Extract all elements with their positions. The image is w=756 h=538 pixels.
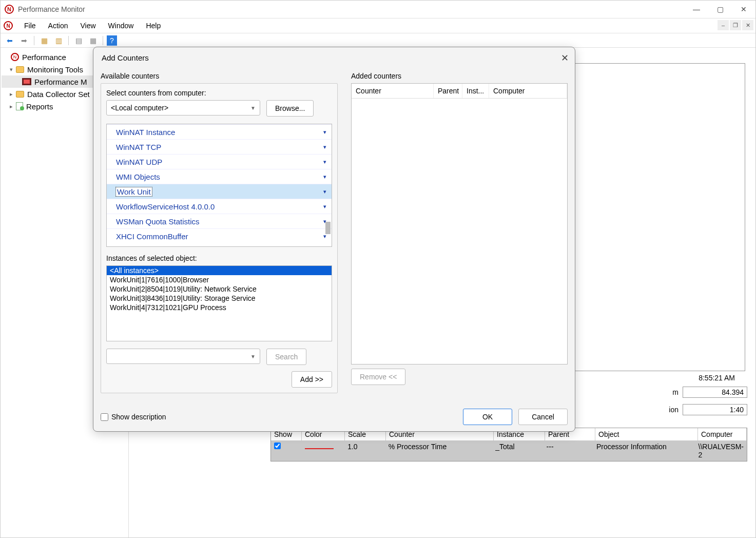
chevron-down-icon: ▾ — [323, 129, 326, 136]
close-button[interactable]: ✕ — [732, 1, 755, 18]
counter-object-list[interactable]: WinNAT Instance▾WinNAT TCP▾WinNAT UDP▾WM… — [106, 124, 332, 247]
mdi-controls: – ❐ ✕ — [718, 20, 753, 30]
stats-row-1: m 84.394 — [672, 387, 747, 398]
toolbar: ⬅ ➡ ▦ ▥ ▤ ▦ ? — [1, 33, 755, 48]
legend-table[interactable]: Show Color Scale Counter Instance Parent… — [270, 428, 747, 462]
mdi-minimize-button[interactable]: – — [718, 20, 729, 30]
show-description-checkbox[interactable]: Show description — [101, 413, 166, 421]
legend-color-swatch — [305, 448, 334, 449]
added-col-inst[interactable]: Inst... — [462, 84, 489, 98]
added-counters-list[interactable]: Counter Parent Inst... Computer — [351, 83, 568, 364]
added-counters-label: Added counters — [351, 72, 568, 80]
chevron-down-icon: ▾ — [323, 144, 326, 150]
added-col-parent[interactable]: Parent — [434, 84, 462, 98]
folder-icon — [16, 66, 24, 73]
menu-action[interactable]: Action — [42, 20, 74, 32]
forward-button[interactable]: ➡ — [18, 35, 30, 46]
app-window: N Performance Monitor — ▢ ✕ N File Actio… — [0, 0, 756, 538]
computer-combo[interactable]: <Local computer> ▼ — [106, 100, 260, 116]
instance-item[interactable]: WorkUnit|3|8436|1019|Utility: Storage Se… — [107, 294, 332, 303]
folder-icon — [16, 91, 24, 98]
added-col-counter[interactable]: Counter — [352, 84, 434, 98]
back-button[interactable]: ⬅ — [4, 35, 16, 46]
counter-object-item[interactable]: WinNAT TCP▾ — [107, 139, 332, 154]
instance-item[interactable]: <All instances> — [107, 266, 332, 275]
mdi-close-button[interactable]: ✕ — [742, 20, 753, 30]
menu-help[interactable]: Help — [140, 20, 167, 32]
counter-object-item[interactable]: WinNAT Instance▾ — [107, 124, 332, 139]
counter-object-item[interactable]: WorkflowServiceHost 4.0.0.0▾ — [107, 199, 332, 214]
help-button[interactable]: ? — [107, 35, 117, 46]
stat-value-2: 1:40 — [683, 404, 747, 415]
chevron-down-icon: ▾ — [323, 174, 326, 180]
stats-row-2: ion 1:40 — [669, 404, 747, 415]
toolbar-btn-a[interactable]: ▤ — [72, 35, 85, 46]
counter-object-item[interactable]: WSMan Quota Statistics▾ — [107, 214, 332, 228]
chevron-down-icon: ▾ — [323, 159, 326, 165]
chevron-down-icon: ▾ — [323, 203, 326, 210]
dialog-close-button[interactable]: ✕ — [561, 52, 569, 64]
counter-object-item[interactable]: WinNAT UDP▾ — [107, 154, 332, 169]
menu-view[interactable]: View — [74, 20, 102, 32]
cancel-button[interactable]: Cancel — [518, 409, 568, 425]
window-controls: — ▢ ✕ — [685, 1, 755, 18]
chevron-down-icon: ▼ — [250, 354, 256, 359]
menu-file[interactable]: File — [18, 20, 42, 32]
legend-show-checkbox[interactable] — [274, 443, 281, 449]
titlebar: N Performance Monitor — ▢ ✕ — [1, 1, 755, 18]
maximize-button[interactable]: ▢ — [708, 1, 732, 18]
available-frame: Select counters from computer: <Local co… — [101, 83, 338, 393]
added-col-computer[interactable]: Computer — [489, 84, 567, 98]
menubar: N File Action View Window Help — [1, 18, 755, 33]
instances-list[interactable]: <All instances>WorkUnit|1|7616|1000|Brow… — [106, 265, 332, 341]
show-hide-tree-button[interactable]: ▦ — [38, 35, 50, 46]
app-icon-small: N — [4, 21, 13, 30]
properties-button[interactable]: ▥ — [52, 35, 65, 46]
chevron-down-icon: ▼ — [250, 105, 256, 111]
remove-button[interactable]: Remove << — [351, 369, 405, 385]
perf-icon: N — [11, 53, 19, 61]
counter-object-item[interactable]: XHCI CommonBuffer▾ — [107, 228, 332, 243]
chart-timestamp: 8:55:21 AM — [699, 374, 735, 382]
legend-row[interactable]: 1.0 % Processor Time _Total --- Processo… — [271, 440, 747, 461]
counter-object-item[interactable]: Work Unit▾ — [107, 184, 332, 199]
search-button[interactable]: Search — [266, 349, 306, 365]
add-button[interactable]: Add >> — [292, 371, 332, 388]
app-icon: N — [5, 5, 14, 14]
instance-item[interactable]: WorkUnit|4|7312|1021|GPU Process — [107, 303, 332, 312]
mdi-restore-button[interactable]: ❐ — [730, 20, 741, 30]
menu-window[interactable]: Window — [102, 20, 140, 32]
chevron-down-icon: ▾ — [323, 188, 326, 195]
scrollbar-thumb[interactable] — [325, 222, 331, 234]
reports-icon — [16, 102, 23, 110]
app-title: Performance Monitor — [18, 5, 85, 13]
add-counters-dialog: Add Counters ✕ Available counters Select… — [93, 47, 575, 432]
instance-search-combo[interactable]: ▼ — [106, 349, 260, 364]
toolbar-btn-b[interactable]: ▦ — [87, 35, 99, 46]
instances-label: Instances of selected object: — [106, 254, 332, 262]
stat-value-1: 84.394 — [683, 387, 747, 398]
select-from-label: Select counters from computer: — [106, 89, 332, 97]
dialog-title: Add Counters — [93, 47, 575, 68]
minimize-button[interactable]: — — [685, 1, 708, 18]
browse-button[interactable]: Browse... — [266, 100, 314, 117]
available-counters-label: Available counters — [101, 72, 338, 80]
instance-item[interactable]: WorkUnit|2|8504|1019|Utility: Network Se… — [107, 284, 332, 294]
instance-item[interactable]: WorkUnit|1|7616|1000|Browser — [107, 275, 332, 284]
chart-icon — [22, 78, 31, 85]
ok-button[interactable]: OK — [463, 409, 512, 425]
counter-object-item[interactable]: WMI Objects▾ — [107, 169, 332, 184]
